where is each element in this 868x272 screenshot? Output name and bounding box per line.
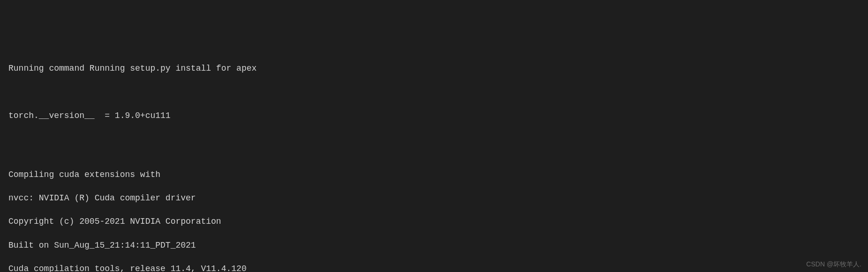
output-line: Cuda compilation tools, release 11.4, V1… [8,263,868,272]
output-line: torch.__version__ = 1.9.0+cu111 [8,110,868,122]
terminal-output: Running command Running setup.py install… [0,51,868,272]
output-line: Built on Sun_Aug_15_21:14:11_PDT_2021 [8,240,868,251]
output-line: Running command Running setup.py install… [8,63,868,74]
output-line: Copyright (c) 2005-2021 NVIDIA Corporati… [8,216,868,228]
watermark: CSDN @坏牧羊人. [806,260,861,269]
output-line: nvcc: NVIDIA (R) Cuda compiler driver [8,192,868,204]
output-line: Compiling cuda extensions with [8,169,868,181]
